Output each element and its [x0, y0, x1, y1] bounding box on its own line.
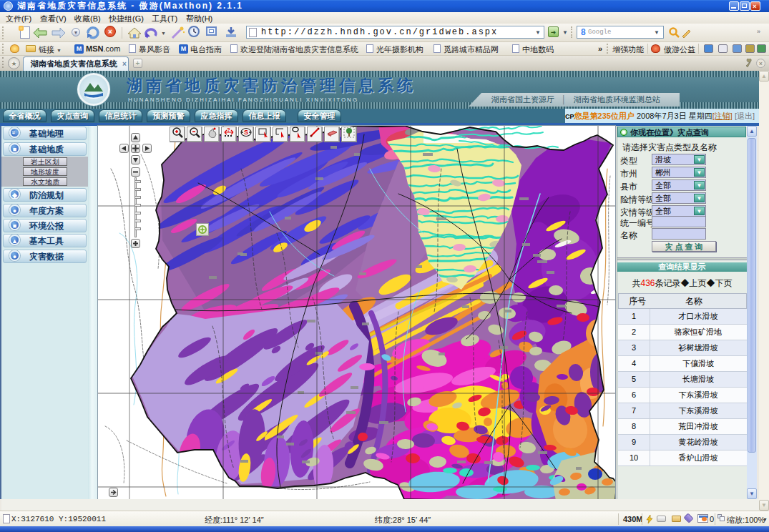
svg-text:S: S [244, 129, 248, 136]
svg-text:?: ? [227, 127, 230, 133]
